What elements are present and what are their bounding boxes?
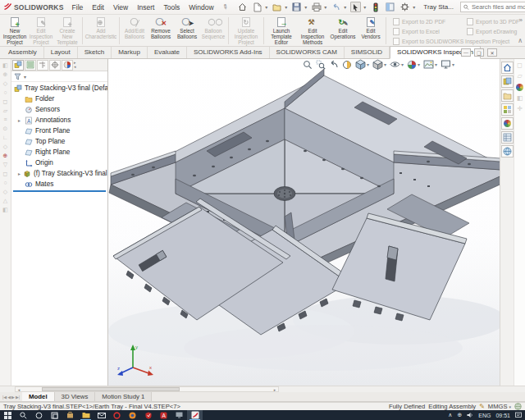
remote-desktop-icon[interactable]	[171, 410, 187, 420]
notification-icon[interactable]	[515, 412, 522, 419]
display-style-icon[interactable]: ▾	[372, 59, 387, 70]
file-explorer-taskbar-icon[interactable]	[78, 410, 94, 420]
pin-icon[interactable]: ✎	[221, 2, 230, 11]
antivirus-icon[interactable]	[140, 410, 156, 420]
opera-icon[interactable]	[109, 410, 125, 420]
tree-item-annotations[interactable]: ▸ A Annotations	[11, 115, 107, 126]
select-dropdown-icon[interactable]: ▾	[363, 4, 366, 10]
solidworks-forum-icon[interactable]	[501, 145, 514, 158]
ghost-icon[interactable]: ▱	[517, 73, 522, 80]
task-view-icon[interactable]	[47, 410, 62, 420]
toolbar-icon[interactable]: ≡	[3, 116, 7, 122]
balloon-sequence-button[interactable]: ◯◯ Balloon Sequence	[200, 16, 226, 46]
sheet-nav-buttons[interactable]: |◀◀▶▶|	[0, 392, 22, 401]
store-icon[interactable]	[62, 410, 78, 420]
previous-view-icon[interactable]	[328, 60, 340, 70]
tree-item-mates[interactable]: Mates	[11, 179, 107, 189]
rollback-bar[interactable]	[13, 190, 106, 192]
hide-show-items-icon[interactable]: ▾	[389, 60, 404, 69]
add-edit-balloons-button[interactable]: ◯╱ Add/Edit Balloons	[121, 16, 148, 46]
edit-inspection-project-button[interactable]: ✎ Edit Inspection Project	[28, 16, 54, 46]
home-icon[interactable]	[237, 2, 248, 12]
expand-icon[interactable]: ▸	[18, 171, 21, 176]
tree-item-part[interactable]: ▸ (f) Tray Stacking-V3 final.STEP<1>	[11, 168, 107, 179]
taskbar-language[interactable]: ENG	[478, 413, 491, 418]
tree-item-sensors[interactable]: Sensors	[11, 104, 107, 115]
export-2d-pdf-button[interactable]: Export to 2D PDF	[393, 18, 445, 25]
panel-tab-arrows[interactable]: ▸◂	[74, 61, 76, 69]
options-dropdown-icon[interactable]: ▾	[413, 4, 415, 10]
zoom-area-icon[interactable]	[315, 60, 326, 70]
tree-item-folder[interactable]: Folder	[11, 94, 107, 104]
ghost-icon[interactable]: ◻	[517, 62, 523, 69]
tab-model[interactable]: Model	[22, 392, 55, 401]
toolbar-icon[interactable]: ◇	[3, 144, 7, 149]
status-globe-icon[interactable]	[514, 403, 522, 410]
tab-3d-views[interactable]: 3D Views	[55, 392, 96, 401]
dimxpert-tab-icon[interactable]	[49, 60, 61, 71]
solidworks-taskbar-icon[interactable]	[187, 410, 203, 420]
expand-icon[interactable]: ▸	[18, 117, 22, 123]
save-icon[interactable]	[291, 2, 302, 12]
new-document-dropdown-icon[interactable]: ▾	[265, 4, 267, 10]
filter-dropdown-icon[interactable]: ▾	[24, 74, 26, 80]
start-icon[interactable]	[0, 410, 16, 420]
tab-assembly[interactable]: Assembly	[2, 47, 44, 58]
print-dropdown-icon[interactable]: ▾	[324, 4, 326, 10]
menu-tools[interactable]: Tools	[163, 3, 180, 11]
create-new-template-button[interactable]: + Create New Template	[54, 16, 80, 46]
zoom-fit-icon[interactable]	[302, 60, 313, 70]
propertymanager-tab-icon[interactable]	[25, 60, 36, 71]
remove-balloons-button[interactable]: ◯✕ Remove Balloons	[148, 16, 174, 46]
ghost-icon[interactable]: ◧	[517, 95, 523, 102]
toolbar-icon[interactable]: △	[3, 198, 7, 203]
solidworks-resources-icon[interactable]	[501, 62, 514, 74]
view-palette-icon[interactable]	[501, 103, 514, 116]
export-sw-inspection-project-button[interactable]: Export to SOLIDWORKS Inspection Project	[393, 38, 509, 45]
search-box[interactable]: ▾	[460, 2, 525, 12]
scroll-right-icon[interactable]: ▸	[272, 387, 278, 392]
toolbar-icon[interactable]: ⊙	[3, 126, 8, 131]
new-inspection-project-button[interactable]: + New Inspection Project	[2, 16, 28, 46]
display-pane-icon[interactable]	[385, 2, 395, 12]
graphics-viewport[interactable]: ▾ ▾ ▾ ▾ ▾ ▾	[108, 59, 500, 386]
scroll-track[interactable]	[22, 387, 272, 391]
toolbar-icon[interactable]: ○	[3, 89, 7, 95]
toolbar-icon[interactable]: ◧	[2, 62, 8, 68]
cortana-icon[interactable]	[31, 410, 47, 420]
scroll-left-icon[interactable]: ◂	[16, 387, 22, 392]
tab-simsolid[interactable]: SIMSOLID	[345, 47, 390, 58]
acrobat-icon[interactable]: A	[156, 410, 171, 420]
export-edrawing-button[interactable]: Export eDrawing	[467, 28, 517, 35]
open-dropdown-icon[interactable]: ▾	[285, 4, 287, 10]
edit-operations-button[interactable]: ↻✎ Edit Operations	[328, 16, 358, 46]
appearance-ball-icon[interactable]	[516, 84, 523, 91]
menu-file[interactable]: File	[72, 3, 84, 11]
update-inspection-project-button[interactable]: ↻ Update Inspection Project	[231, 16, 262, 46]
open-icon[interactable]	[272, 2, 282, 12]
taskbar-clock[interactable]: 09:51	[495, 413, 510, 418]
tab-sketch[interactable]: Sketch	[78, 47, 112, 58]
tab-motion-study[interactable]: Motion Study 1	[95, 392, 152, 401]
tree-item-origin[interactable]: Origin	[11, 158, 107, 168]
featuremanager-tab-icon[interactable]	[12, 60, 24, 71]
tree-item-top-plane[interactable]: Top Plane	[11, 136, 107, 147]
scroll-thumb[interactable]	[42, 387, 179, 391]
toolbar-icon[interactable]: ◻	[3, 98, 8, 104]
menu-view[interactable]: View	[113, 3, 128, 11]
section-view-icon[interactable]	[341, 60, 353, 70]
tab-layout[interactable]: Layout	[44, 47, 78, 58]
tree-root[interactable]: Tray Stacking-V3 final (Default) <Displ	[11, 83, 107, 94]
firefox-icon[interactable]	[125, 410, 140, 420]
tab-markup[interactable]: Markup	[112, 47, 148, 58]
design-library-icon[interactable]	[501, 75, 514, 88]
configurationmanager-tab-icon[interactable]	[37, 60, 48, 71]
tab-solidworks-add-ins[interactable]: SOLIDWORKS Add-Ins	[187, 47, 270, 58]
menu-edit[interactable]: Edit	[92, 3, 104, 11]
tree-filter[interactable]: ▾	[11, 71, 107, 82]
toolbar-icon[interactable]: ⊕	[3, 71, 8, 77]
search-input[interactable]	[472, 3, 525, 11]
ribbon-overflow-icon[interactable]: »	[519, 16, 523, 24]
edit-vendors-button[interactable]: ✎ Edit Vendors	[358, 16, 384, 46]
apply-scene-icon[interactable]: ▾	[422, 60, 438, 69]
